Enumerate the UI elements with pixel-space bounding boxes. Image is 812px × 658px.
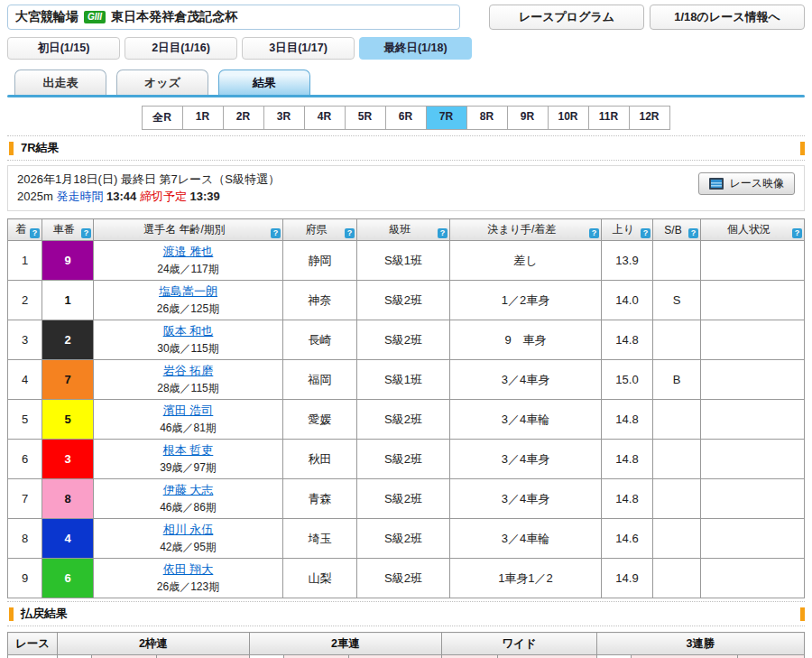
day-tab-4[interactable]: 最終日(1/18) bbox=[359, 37, 472, 60]
class-rank: S級2班 bbox=[357, 519, 450, 559]
help-icon[interactable]: ? bbox=[438, 228, 448, 238]
table-row: 96依田 翔大26歳／123期山梨S級2班1車身1／214.9 bbox=[8, 559, 805, 598]
rider-name-link[interactable]: 塩島嵩一朗 bbox=[159, 284, 217, 298]
winning-move-margin: 1／2車身 bbox=[450, 281, 602, 320]
column-header: 府県? bbox=[283, 219, 357, 241]
race-tab-1r[interactable]: 1R bbox=[182, 106, 224, 130]
rider-age-period: 42歳／95期 bbox=[99, 540, 277, 555]
prefecture: 神奈 bbox=[283, 281, 357, 320]
help-icon[interactable]: ? bbox=[81, 228, 91, 238]
personal-status bbox=[701, 519, 805, 559]
main-tab-2[interactable]: オッズ bbox=[116, 70, 208, 95]
class-rank: S級2班 bbox=[357, 440, 450, 479]
main-tab-3[interactable]: 結果 bbox=[218, 70, 310, 95]
finish-position: 5 bbox=[8, 400, 42, 440]
payout-amount-sanren-fuku: 450円(1) bbox=[738, 655, 805, 658]
personal-status bbox=[701, 559, 805, 598]
help-icon[interactable]: ? bbox=[641, 228, 651, 238]
rider-cell: 塩島嵩一朗26歳／125期 bbox=[94, 281, 283, 320]
rider-name-link[interactable]: 岩谷 拓磨 bbox=[163, 364, 214, 377]
winning-move-margin: 1車身1／2 bbox=[450, 559, 602, 598]
help-icon[interactable]: ? bbox=[688, 228, 698, 238]
rider-name-link[interactable]: 依田 翔大 bbox=[163, 562, 214, 576]
finish-position: 2 bbox=[8, 281, 42, 320]
rider-cell: 根本 哲吏39歳／97期 bbox=[94, 440, 283, 479]
payout-section-title: 払戻結果 bbox=[21, 606, 68, 622]
class-rank: S級1班 bbox=[357, 360, 450, 400]
close-time-value: 13:39 bbox=[190, 190, 220, 203]
race-tab-3r[interactable]: 3R bbox=[263, 106, 305, 130]
car-number: 8 bbox=[42, 479, 94, 519]
top-bar: 大宮競輪場 GIII 東日本発祥倉茂記念杯 レースプログラム 1/18のレース情… bbox=[7, 5, 805, 30]
help-icon[interactable]: ? bbox=[30, 228, 40, 238]
race-info-link-button[interactable]: 1/18のレース情報へ bbox=[650, 5, 805, 30]
race-tab-5r[interactable]: 5R bbox=[345, 106, 386, 130]
payout-combo-wakuren-fuku: 1-6 bbox=[92, 655, 157, 658]
race-tab-8r[interactable]: 8R bbox=[466, 106, 508, 130]
sb-mark bbox=[653, 559, 701, 598]
car-number: 3 bbox=[42, 440, 94, 479]
winning-move-margin: 3／4車身 bbox=[450, 360, 602, 400]
race-video-button[interactable]: レース映像 bbox=[698, 172, 795, 195]
race-video-label: レース映像 bbox=[729, 176, 784, 191]
payout-group-header: 3連勝 bbox=[597, 633, 805, 655]
race-tab-6r[interactable]: 6R bbox=[385, 106, 427, 130]
race-program-button[interactable]: レースプログラム bbox=[489, 5, 644, 30]
payout-amount-wide: 130円(1)250円(2)410円(5) bbox=[498, 655, 597, 658]
help-icon[interactable]: ? bbox=[792, 228, 802, 238]
personal-status bbox=[701, 281, 805, 320]
help-icon[interactable]: ? bbox=[589, 228, 599, 238]
car-number: 6 bbox=[42, 559, 94, 598]
main-tab-1[interactable]: 出走表 bbox=[14, 70, 106, 95]
finish-position: 3 bbox=[8, 320, 42, 360]
last-lap-time: 14.9 bbox=[602, 559, 653, 598]
race-tab-全r[interactable]: 全R bbox=[142, 106, 183, 130]
payout-combo-sharen-fuku: 1-9 bbox=[284, 655, 349, 658]
sb-mark bbox=[653, 400, 701, 440]
race-tab-9r[interactable]: 9R bbox=[507, 106, 549, 130]
personal-status bbox=[701, 241, 805, 281]
prefecture: 静岡 bbox=[283, 241, 357, 281]
class-rank: S級2班 bbox=[357, 400, 450, 440]
help-icon[interactable]: ? bbox=[345, 228, 355, 238]
table-row: 32阪本 和也30歳／115期長崎S級2班9 車身14.8 bbox=[8, 320, 805, 360]
finish-position: 4 bbox=[8, 360, 42, 400]
winning-move-margin: 差し bbox=[450, 241, 602, 281]
start-time-value: 13:44 bbox=[106, 190, 136, 203]
column-header: 個人状況? bbox=[701, 219, 805, 241]
payout-race-number: 7R bbox=[8, 655, 58, 658]
rider-name-link[interactable]: 根本 哲吏 bbox=[163, 443, 214, 457]
rider-age-period: 46歳／86期 bbox=[99, 500, 277, 515]
help-icon[interactable]: ? bbox=[271, 228, 281, 238]
rider-age-period: 46歳／81期 bbox=[99, 421, 277, 436]
day-tab-3[interactable]: 3日目(1/17) bbox=[242, 37, 355, 60]
day-tabs: 初日(1/15)2日目(1/16)3日目(1/17)最終日(1/18) bbox=[7, 37, 805, 60]
last-lap-time: 14.8 bbox=[602, 320, 653, 360]
rider-cell: 伊藤 大志46歳／86期 bbox=[94, 479, 283, 519]
rider-name-link[interactable]: 相川 永伍 bbox=[163, 523, 214, 536]
finish-position: 9 bbox=[8, 559, 42, 598]
prefecture: 埼玉 bbox=[283, 519, 357, 559]
last-lap-time: 15.0 bbox=[602, 360, 653, 400]
payout-section-header: 払戻結果 bbox=[7, 601, 805, 626]
race-number-tabs: 全R1R2R3R4R5R6R7R8R9R10R11R12R bbox=[7, 106, 805, 130]
race-tab-2r[interactable]: 2R bbox=[223, 106, 264, 130]
day-tab-1[interactable]: 初日(1/15) bbox=[7, 37, 120, 60]
race-tab-4r[interactable]: 4R bbox=[304, 106, 346, 130]
payout-bettype-label: 複 bbox=[597, 655, 632, 658]
rider-name-link[interactable]: 渡邉 雅也 bbox=[163, 245, 214, 258]
film-icon bbox=[709, 178, 724, 190]
race-tab-11r[interactable]: 11R bbox=[588, 106, 630, 130]
finish-position: 8 bbox=[8, 519, 42, 559]
race-tab-7r[interactable]: 7R bbox=[426, 106, 467, 130]
race-tab-10r[interactable]: 10R bbox=[548, 106, 589, 130]
rider-name-link[interactable]: 伊藤 大志 bbox=[163, 483, 214, 496]
rider-name-link[interactable]: 阪本 和也 bbox=[163, 324, 214, 338]
results-header-row: 着?車番?選手名 年齢/期別?府県?級班?決まり手/着差?上り?S/B?個人状況… bbox=[8, 219, 805, 241]
day-tab-2[interactable]: 2日目(1/16) bbox=[125, 37, 237, 60]
last-lap-time: 14.0 bbox=[602, 281, 653, 320]
rider-name-link[interactable]: 濱田 浩司 bbox=[163, 403, 214, 417]
race-tab-12r[interactable]: 12R bbox=[629, 106, 670, 130]
last-lap-time: 14.8 bbox=[602, 479, 653, 519]
rider-age-period: 26歳／123期 bbox=[99, 579, 277, 595]
